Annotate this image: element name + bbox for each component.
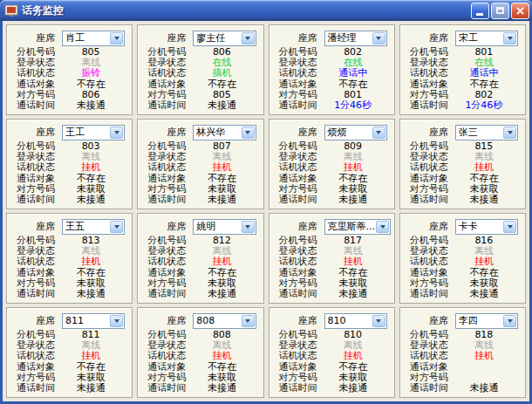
seat-combobox[interactable]: 811 <box>62 313 125 329</box>
chevron-down-icon <box>114 131 119 134</box>
seat-combobox[interactable]: 林兴华 <box>193 125 256 140</box>
call-duration-label: 通话时间 <box>405 287 448 300</box>
seat-combobox[interactable]: 廖主任 <box>193 31 256 46</box>
seat-combobox-value: 肖工 <box>63 31 109 45</box>
chevron-down-icon <box>245 131 250 134</box>
agent-panel: 座席 廖主任 分机号码 806 登录状态 在线 <box>137 24 263 115</box>
seat-combobox[interactable]: 810 <box>324 313 387 329</box>
seat-label: 座席 <box>11 126 55 139</box>
call-duration-label: 通话时间 <box>405 99 448 112</box>
seat-combobox[interactable]: 烦烦 <box>324 125 387 140</box>
seat-combobox[interactable]: 李四 <box>455 313 518 329</box>
chevron-down-icon <box>245 37 250 40</box>
seat-label: 座席 <box>274 126 317 139</box>
minimize-button[interactable] <box>471 3 489 19</box>
combobox-dropdown-button[interactable] <box>372 315 385 327</box>
agent-panel: 座席 肖工 分机号码 805 登录状态 离线 <box>6 24 133 115</box>
chevron-down-icon <box>508 131 513 134</box>
agent-panel: 座席 克里斯蒂... 分机号码 817 登录状态 离线 <box>269 213 395 304</box>
seat-combobox-value: 808 <box>194 315 240 326</box>
combobox-dropdown-button[interactable] <box>372 127 385 139</box>
combobox-dropdown-button[interactable] <box>110 32 123 45</box>
seat-combobox-value: 宋工 <box>456 31 502 45</box>
call-duration-value: 未接通 <box>55 287 126 300</box>
chevron-down-icon <box>114 319 119 323</box>
seat-combobox[interactable]: 宋工 <box>455 31 518 46</box>
chevron-down-icon <box>508 319 513 323</box>
call-duration-value: 未接通 <box>448 193 520 206</box>
combobox-dropdown-button[interactable] <box>503 315 516 327</box>
seat-combobox-value: 烦烦 <box>325 126 372 139</box>
chevron-down-icon <box>114 37 119 40</box>
seat-label: 座席 <box>11 31 55 45</box>
seat-combobox-value: 张三 <box>456 126 502 139</box>
seat-combobox[interactable]: 克里斯蒂... <box>324 219 392 235</box>
call-duration-value: 未接通 <box>55 193 126 206</box>
agent-panel: 座席 808 分机号码 808 登录状态 离线 <box>137 307 263 398</box>
combobox-dropdown-button[interactable] <box>376 221 389 233</box>
maximize-button[interactable] <box>491 3 509 19</box>
titlebar[interactable]: 话务监控 × <box>0 0 532 21</box>
chevron-down-icon <box>380 225 385 229</box>
seat-combobox[interactable]: 张三 <box>455 125 518 140</box>
seat-combobox[interactable]: 潘经理 <box>324 31 387 46</box>
call-duration-label: 通话时间 <box>11 381 55 394</box>
seat-label: 座席 <box>274 314 317 327</box>
combobox-dropdown-button[interactable] <box>503 32 516 45</box>
seat-label: 座席 <box>11 314 55 327</box>
close-button[interactable]: × <box>511 3 529 19</box>
seat-combobox[interactable]: 王五 <box>62 219 125 235</box>
call-duration-label: 通话时间 <box>142 381 186 394</box>
chevron-down-icon <box>376 131 381 134</box>
seat-label: 座席 <box>274 31 317 45</box>
chevron-down-icon <box>114 225 119 229</box>
agent-panel: 座席 姚明 分机号码 812 登录状态 离线 <box>137 213 263 304</box>
combobox-dropdown-button[interactable] <box>503 127 516 139</box>
combobox-dropdown-button[interactable] <box>110 221 123 233</box>
agents-grid: 座席 肖工 分机号码 805 登录状态 离线 <box>3 21 529 401</box>
seat-label: 座席 <box>142 31 186 45</box>
call-duration-label: 通话时间 <box>11 99 55 112</box>
app-icon <box>4 3 18 17</box>
call-duration-value: 未接通 <box>186 193 257 206</box>
call-duration-value: 未接通 <box>55 381 126 394</box>
chevron-down-icon <box>245 225 250 229</box>
combobox-dropdown-button[interactable] <box>242 32 255 45</box>
agent-panel: 座席 811 分机号码 811 登录状态 离线 <box>6 307 133 398</box>
agent-panel: 座席 烦烦 分机号码 809 登录状态 离线 <box>269 119 395 209</box>
call-duration-value: 未接通 <box>55 99 126 112</box>
seat-combobox-value: 姚明 <box>194 220 240 233</box>
seat-label: 座席 <box>405 126 448 139</box>
agent-panel: 座席 张三 分机号码 815 登录状态 离线 <box>399 119 526 209</box>
window-controls: × <box>471 3 529 19</box>
seat-combobox[interactable]: 姚明 <box>193 219 256 235</box>
seat-combobox-value: 卡卡 <box>456 220 502 233</box>
seat-combobox[interactable]: 肖工 <box>62 31 125 46</box>
combobox-dropdown-button[interactable] <box>242 127 255 139</box>
combobox-dropdown-button[interactable] <box>110 127 123 139</box>
seat-combobox[interactable]: 王工 <box>62 125 125 140</box>
seat-combobox[interactable]: 卡卡 <box>455 219 518 235</box>
combobox-dropdown-button[interactable] <box>242 221 255 233</box>
call-duration-label: 通话时间 <box>274 193 317 206</box>
agent-panel: 座席 王工 分机号码 803 登录状态 离线 <box>6 119 133 209</box>
agent-panel: 座席 卡卡 分机号码 816 登录状态 离线 <box>399 213 526 304</box>
agent-panel: 座席 李四 分机号码 818 登录状态 离线 <box>399 307 526 398</box>
seat-combobox[interactable]: 808 <box>193 313 256 329</box>
call-duration-value: 未接通 <box>186 381 257 394</box>
combobox-dropdown-button[interactable] <box>503 221 516 233</box>
call-duration-label: 通话时间 <box>142 99 186 112</box>
call-duration-label: 通话时间 <box>142 193 186 206</box>
call-duration-value: 未接通 <box>448 381 520 394</box>
call-duration-value: 未接通 <box>317 193 389 206</box>
call-duration-value: 未接通 <box>448 287 520 300</box>
seat-label: 座席 <box>142 220 186 233</box>
app-window: 话务监控 × 座席 肖工 分机号码 805 <box>0 0 532 404</box>
combobox-dropdown-button[interactable] <box>110 315 123 327</box>
combobox-dropdown-button[interactable] <box>242 315 255 327</box>
seat-combobox-value: 王五 <box>63 220 109 233</box>
chevron-down-icon <box>376 319 381 323</box>
combobox-dropdown-button[interactable] <box>372 32 385 45</box>
seat-label: 座席 <box>11 220 55 233</box>
call-duration-value: 1分46秒 <box>317 99 389 112</box>
